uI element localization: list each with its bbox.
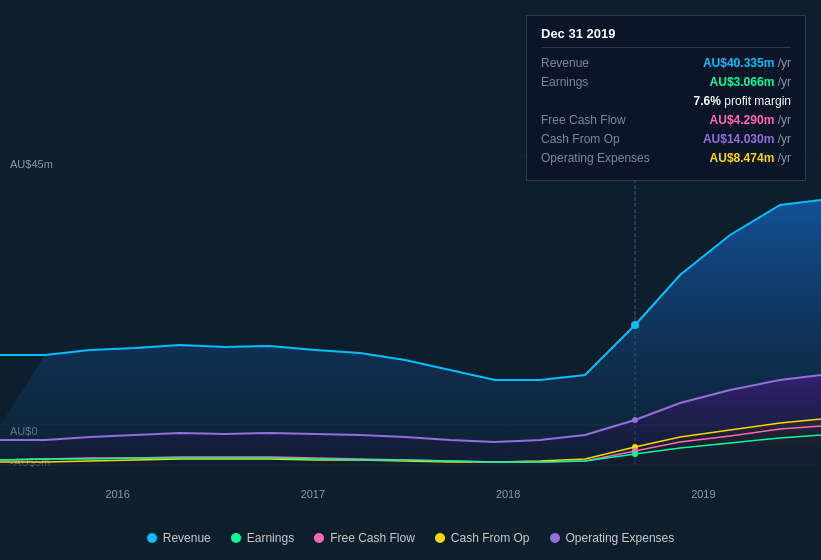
tooltip-date: Dec 31 2019 bbox=[541, 26, 791, 48]
tooltip-value-cfo: AU$14.030m /yr bbox=[703, 132, 791, 146]
tooltip-row-earnings: Earnings AU$3.066m /yr bbox=[541, 75, 791, 89]
tooltip-value-earnings: AU$3.066m /yr bbox=[710, 75, 791, 89]
legend-label-earnings: Earnings bbox=[247, 531, 294, 545]
legend-item-earnings[interactable]: Earnings bbox=[231, 531, 294, 545]
tooltip-label-opex: Operating Expenses bbox=[541, 151, 650, 165]
legend-item-fcf[interactable]: Free Cash Flow bbox=[314, 531, 415, 545]
tooltip-value-opex: AU$8.474m /yr bbox=[710, 151, 791, 165]
tooltip-row-revenue: Revenue AU$40.335m /yr bbox=[541, 56, 791, 70]
tooltip-box: Dec 31 2019 Revenue AU$40.335m /yr Earni… bbox=[526, 15, 806, 181]
x-label-2016: 2016 bbox=[105, 488, 129, 500]
legend-item-opex[interactable]: Operating Expenses bbox=[550, 531, 675, 545]
tooltip-value-fcf: AU$4.290m /yr bbox=[710, 113, 791, 127]
legend-label-revenue: Revenue bbox=[163, 531, 211, 545]
tooltip-row-fcf: Free Cash Flow AU$4.290m /yr bbox=[541, 113, 791, 127]
x-label-2018: 2018 bbox=[496, 488, 520, 500]
tooltip-row-cfo: Cash From Op AU$14.030m /yr bbox=[541, 132, 791, 146]
legend-label-cfo: Cash From Op bbox=[451, 531, 530, 545]
profit-margin-row: 7.6% profit margin bbox=[541, 94, 791, 108]
tooltip-label-earnings: Earnings bbox=[541, 75, 588, 89]
legend-dot-cfo bbox=[435, 533, 445, 543]
tooltip-value-revenue: AU$40.335m /yr bbox=[703, 56, 791, 70]
legend-dot-revenue bbox=[147, 533, 157, 543]
tooltip-label-revenue: Revenue bbox=[541, 56, 589, 70]
svg-point-4 bbox=[631, 321, 639, 329]
tooltip-label-cfo: Cash From Op bbox=[541, 132, 620, 146]
legend-dot-earnings bbox=[231, 533, 241, 543]
chart-container: Dec 31 2019 Revenue AU$40.335m /yr Earni… bbox=[0, 0, 821, 560]
profit-margin-text: 7.6% profit margin bbox=[694, 94, 791, 108]
tooltip-label-fcf: Free Cash Flow bbox=[541, 113, 626, 127]
svg-point-5 bbox=[632, 417, 638, 423]
legend-dot-opex bbox=[550, 533, 560, 543]
svg-point-8 bbox=[632, 451, 638, 457]
tooltip-row-opex: Operating Expenses AU$8.474m /yr bbox=[541, 151, 791, 165]
chart-svg bbox=[0, 155, 821, 475]
x-label-2019: 2019 bbox=[691, 488, 715, 500]
legend-item-cfo[interactable]: Cash From Op bbox=[435, 531, 530, 545]
legend-label-fcf: Free Cash Flow bbox=[330, 531, 415, 545]
x-label-2017: 2017 bbox=[301, 488, 325, 500]
x-axis-labels: 2016 2017 2018 2019 bbox=[0, 488, 821, 500]
legend-label-opex: Operating Expenses bbox=[566, 531, 675, 545]
legend: Revenue Earnings Free Cash Flow Cash Fro… bbox=[0, 531, 821, 545]
legend-dot-fcf bbox=[314, 533, 324, 543]
legend-item-revenue[interactable]: Revenue bbox=[147, 531, 211, 545]
